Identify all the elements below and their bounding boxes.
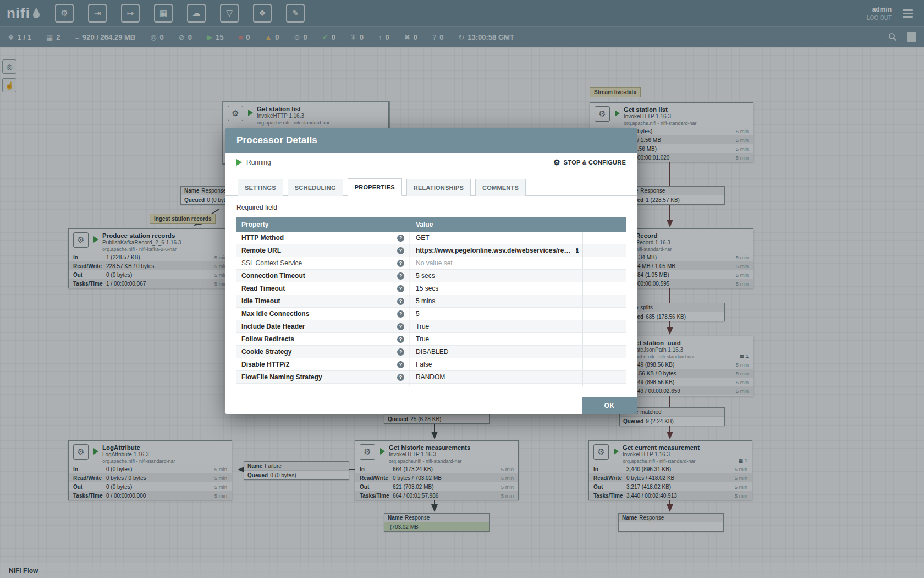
value-column-header: Value bbox=[410, 221, 583, 228]
property-row[interactable]: SSL Context Service ? No value set ℹ bbox=[237, 257, 626, 270]
property-value[interactable]: GET bbox=[416, 234, 582, 242]
property-name: Remote URL bbox=[241, 247, 397, 254]
ok-button[interactable]: OK bbox=[582, 397, 637, 414]
dialog-tabbar: SETTINGS SCHEDULING PROPERTIES RELATIONS… bbox=[226, 172, 637, 196]
property-name: Read Timeout bbox=[241, 285, 397, 292]
property-row[interactable]: Include Date Header ? True ℹ bbox=[237, 320, 626, 333]
property-value[interactable]: 15 secs bbox=[416, 285, 582, 292]
property-value[interactable]: True bbox=[416, 323, 582, 330]
help-icon[interactable]: ? bbox=[397, 348, 404, 356]
info-icon[interactable]: ℹ bbox=[576, 247, 579, 254]
help-icon[interactable]: ? bbox=[397, 247, 404, 254]
properties-table: Property Value HTTP Method ? GET ℹ bbox=[237, 217, 626, 386]
dialog-tab[interactable]: SCHEDULING bbox=[288, 179, 343, 196]
property-row[interactable]: Idle Timeout ? 5 mins ℹ bbox=[237, 295, 626, 308]
property-row[interactable]: Cookie Strategy ? DISABLED ℹ bbox=[237, 346, 626, 358]
property-row[interactable]: Max Idle Connections ? 5 ℹ bbox=[237, 308, 626, 320]
property-column-header: Property bbox=[237, 221, 410, 228]
property-row[interactable]: Remote URL ? https://www.pegelonline.wsv… bbox=[237, 244, 626, 257]
property-row[interactable]: Read Timeout ? 15 secs ℹ bbox=[237, 282, 626, 295]
help-icon[interactable]: ? bbox=[397, 336, 404, 343]
dialog-tab[interactable]: SETTINGS bbox=[238, 179, 283, 196]
dialog-title: Processor Details bbox=[237, 135, 317, 146]
stop-configure-gear-icon: ⚙ bbox=[553, 158, 560, 167]
property-name: Max Idle Connections bbox=[241, 310, 397, 318]
stop-and-configure-button[interactable]: ⚙ STOP & CONFIGURE bbox=[553, 158, 626, 167]
property-row[interactable]: FlowFile Naming Strategy ? RANDOM ℹ bbox=[237, 371, 626, 384]
property-name: Idle Timeout bbox=[241, 297, 397, 305]
running-status-icon bbox=[237, 159, 242, 166]
help-icon[interactable]: ? bbox=[397, 285, 404, 292]
property-name: Include Date Header bbox=[241, 323, 397, 330]
help-icon[interactable]: ? bbox=[397, 310, 404, 318]
property-row[interactable]: Follow Redirects ? True ℹ bbox=[237, 333, 626, 346]
help-icon[interactable]: ? bbox=[397, 235, 404, 242]
property-name: Follow Redirects bbox=[241, 335, 397, 343]
property-row[interactable]: Disable HTTP/2 ? False ℹ bbox=[237, 358, 626, 371]
dialog-status-row: Running ⚙ STOP & CONFIGURE bbox=[226, 153, 637, 172]
dialog-tab[interactable]: RELATIONSHIPS bbox=[406, 179, 471, 196]
property-name: Disable HTTP/2 bbox=[241, 361, 397, 368]
help-icon[interactable]: ? bbox=[397, 272, 404, 280]
help-icon[interactable]: ? bbox=[397, 374, 404, 381]
properties-table-header: Property Value bbox=[237, 217, 626, 232]
property-name: SSL Context Service bbox=[241, 259, 397, 267]
property-value[interactable]: 5 bbox=[416, 310, 582, 318]
property-row[interactable]: Connection Timeout ? 5 secs ℹ bbox=[237, 270, 626, 282]
dialog-tab[interactable]: PROPERTIES bbox=[348, 178, 402, 196]
property-value[interactable]: https://www.pegelonline.wsv.de/webservic… bbox=[416, 247, 574, 254]
help-icon[interactable]: ? bbox=[397, 260, 404, 267]
dialog-tab[interactable]: COMMENTS bbox=[475, 179, 526, 196]
help-icon[interactable]: ? bbox=[397, 298, 404, 305]
help-icon[interactable]: ? bbox=[397, 361, 404, 368]
property-value[interactable]: 5 secs bbox=[416, 272, 582, 280]
property-row[interactable]: HTTP Method ? GET ℹ bbox=[237, 232, 626, 244]
property-name: Connection Timeout bbox=[241, 272, 397, 280]
help-icon[interactable]: ? bbox=[397, 323, 404, 330]
property-value[interactable]: False bbox=[416, 361, 582, 368]
property-value[interactable]: DISABLED bbox=[416, 348, 582, 356]
property-name: Attributes to Send bbox=[241, 386, 397, 386]
processor-details-dialog: Processor Details Running ⚙ STOP & CONFI… bbox=[226, 128, 637, 414]
property-row[interactable]: Attributes to Send ? ℹ bbox=[237, 384, 626, 386]
property-name: HTTP Method bbox=[241, 234, 397, 242]
property-value[interactable]: True bbox=[416, 335, 582, 343]
property-name: FlowFile Naming Strategy bbox=[241, 373, 397, 381]
dialog-body: Required field Property Value HTTP Metho… bbox=[226, 196, 637, 386]
property-value[interactable]: No value set bbox=[416, 259, 582, 267]
property-name: Cookie Strategy bbox=[241, 348, 397, 356]
dialog-header: Processor Details bbox=[226, 128, 637, 153]
property-value[interactable]: RANDOM bbox=[416, 373, 582, 381]
help-icon[interactable]: ? bbox=[397, 386, 404, 387]
property-value[interactable]: 5 mins bbox=[416, 297, 582, 305]
required-field-note: Required field bbox=[237, 204, 626, 211]
run-status-label: Running bbox=[246, 159, 271, 166]
